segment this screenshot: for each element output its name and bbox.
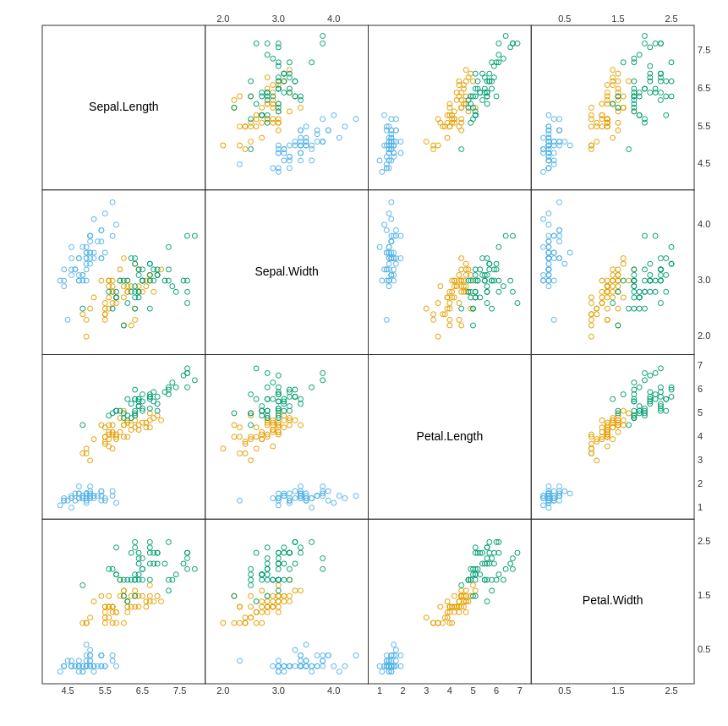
pairs-plot [0,0,728,726]
scatter-canvas [0,0,728,726]
